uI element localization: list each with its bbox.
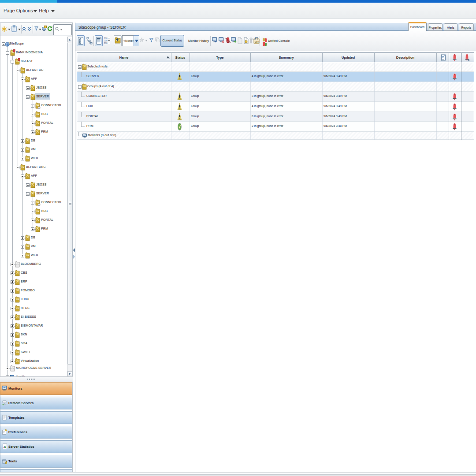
svg-text:300: 300 xyxy=(104,40,108,42)
svg-text:300: 300 xyxy=(104,42,108,45)
svg-text:CSV: CSV xyxy=(255,41,259,43)
svg-text:300: 300 xyxy=(104,37,108,40)
